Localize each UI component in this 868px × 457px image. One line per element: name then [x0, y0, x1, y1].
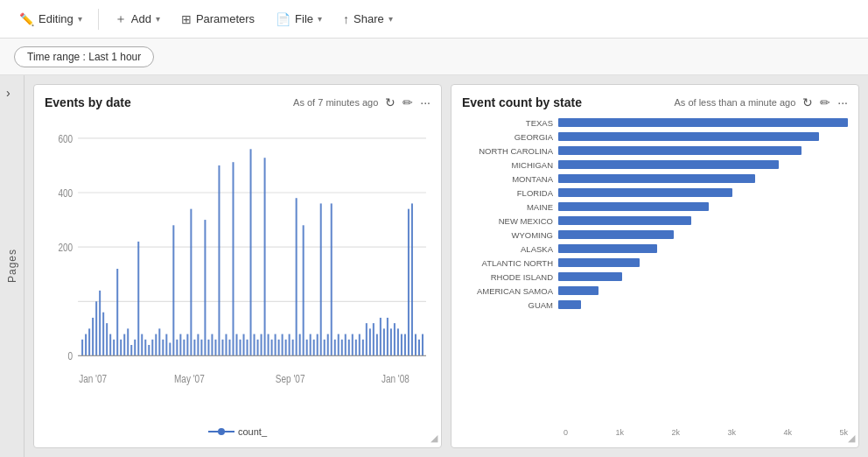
panel-right-title: Event count by state: [462, 95, 582, 109]
bar-row: ALASKA: [462, 243, 848, 255]
svg-rect-16: [92, 318, 94, 355]
bar-row: MONTANA: [462, 172, 848, 185]
divider-1: [98, 9, 99, 30]
svg-rect-22: [113, 340, 115, 356]
panel-right-meta: As of less than a minute ago ↻ ✏ ···: [675, 95, 848, 109]
bar-label: ALASKA: [462, 244, 558, 254]
parameters-button[interactable]: ⊞ Parameters: [172, 8, 263, 31]
svg-rect-100: [387, 318, 388, 355]
bar-track: [558, 258, 848, 267]
bar-row: NORTH CAROLINA: [462, 144, 848, 157]
svg-rect-26: [127, 328, 129, 355]
svg-text:Jan '07: Jan '07: [79, 373, 107, 384]
bar-track: [558, 202, 848, 211]
pages-label: Pages: [6, 249, 18, 283]
pages-arrow[interactable]: ›: [6, 86, 10, 100]
svg-rect-19: [102, 313, 104, 356]
line-chart-area: 600 400 200 0 Jan '07 May '07 Sep '07 Ja…: [45, 116, 430, 421]
svg-rect-60: [247, 340, 248, 356]
svg-rect-17: [95, 301, 97, 355]
svg-rect-98: [380, 318, 382, 355]
axis-label: 0: [564, 428, 568, 437]
svg-rect-34: [155, 334, 157, 356]
more-icon-right[interactable]: ···: [837, 95, 848, 109]
bar-label: ATLANTIC NORTH: [462, 258, 558, 268]
plus-icon: ＋: [115, 11, 127, 27]
svg-rect-68: [275, 334, 276, 356]
svg-rect-108: [415, 334, 416, 356]
axis-label: 1k: [615, 428, 624, 437]
bar-fill: [558, 216, 691, 225]
svg-rect-18: [99, 291, 101, 356]
panels-area: Events by date As of 7 minutes ago ↻ ✏ ·…: [24, 75, 868, 457]
bar-track: [558, 244, 848, 253]
editing-button[interactable]: ✏️ Editing ▾: [10, 8, 91, 31]
svg-rect-93: [362, 340, 364, 356]
svg-rect-85: [334, 340, 336, 356]
pencil-icon: ✏️: [19, 12, 34, 26]
bar-label: WYOMING: [462, 230, 558, 240]
bar-fill: [558, 132, 819, 141]
bar-label: GEORGIA: [462, 132, 558, 142]
more-icon-left[interactable]: ···: [420, 95, 430, 109]
svg-rect-106: [408, 209, 410, 356]
time-range-pill[interactable]: Time range : Last 1 hour: [14, 46, 154, 67]
svg-rect-31: [144, 340, 146, 356]
panel-left-meta-text: As of 7 minutes ago: [293, 97, 378, 108]
svg-rect-97: [376, 334, 378, 356]
editing-label: Editing: [38, 12, 74, 25]
svg-rect-51: [214, 340, 216, 356]
svg-rect-107: [411, 203, 413, 355]
svg-rect-63: [257, 340, 259, 356]
bar-label: GUAM: [462, 300, 558, 310]
svg-rect-39: [172, 225, 174, 355]
svg-rect-99: [383, 328, 385, 355]
share-chevron: ▾: [388, 14, 393, 24]
edit-icon-right[interactable]: ✏: [820, 95, 830, 109]
refresh-icon-left[interactable]: ↻: [385, 95, 396, 109]
svg-rect-65: [264, 158, 266, 355]
bar-track: [558, 146, 848, 155]
bar-track: [558, 230, 848, 239]
panel-right-corner: ◢: [848, 432, 855, 444]
bar-fill: [558, 118, 848, 127]
svg-rect-41: [179, 334, 181, 356]
panel-left-title: Events by date: [45, 95, 131, 109]
svg-rect-75: [299, 334, 301, 356]
event-count-by-state-panel: Event count by state As of less than a m…: [451, 84, 859, 448]
events-by-date-panel: Events by date As of 7 minutes ago ↻ ✏ ·…: [33, 84, 442, 448]
share-button[interactable]: ↑ Share ▾: [334, 8, 402, 31]
svg-rect-104: [401, 334, 402, 356]
svg-rect-57: [235, 334, 237, 356]
bar-track: [558, 174, 848, 183]
svg-rect-29: [137, 242, 139, 355]
svg-rect-35: [158, 328, 160, 355]
svg-rect-56: [232, 162, 234, 355]
parameters-label: Parameters: [196, 12, 255, 25]
svg-rect-23: [116, 269, 118, 355]
svg-rect-55: [228, 340, 230, 356]
refresh-icon-right[interactable]: ↻: [802, 95, 813, 109]
svg-rect-84: [331, 203, 332, 355]
add-button[interactable]: ＋ Add ▾: [106, 7, 169, 32]
axis-label: 4k: [783, 428, 792, 437]
svg-text:May '07: May '07: [174, 373, 205, 384]
svg-text:600: 600: [58, 133, 73, 144]
svg-text:0: 0: [68, 350, 74, 362]
edit-icon-left[interactable]: ✏: [402, 95, 413, 109]
svg-rect-81: [320, 203, 322, 355]
bar-row: MAINE: [462, 200, 848, 213]
svg-rect-66: [268, 334, 270, 356]
svg-rect-27: [130, 345, 132, 355]
svg-rect-73: [292, 340, 294, 356]
panel-left-corner: ◢: [430, 432, 438, 444]
bar-track: [558, 286, 848, 295]
svg-rect-101: [390, 328, 392, 355]
svg-rect-89: [348, 340, 350, 356]
svg-rect-43: [186, 334, 188, 356]
add-label: Add: [131, 12, 151, 25]
file-button[interactable]: 📄 File ▾: [267, 8, 331, 31]
legend-item: count_: [208, 426, 267, 437]
svg-rect-32: [148, 345, 150, 355]
svg-rect-28: [134, 340, 136, 356]
